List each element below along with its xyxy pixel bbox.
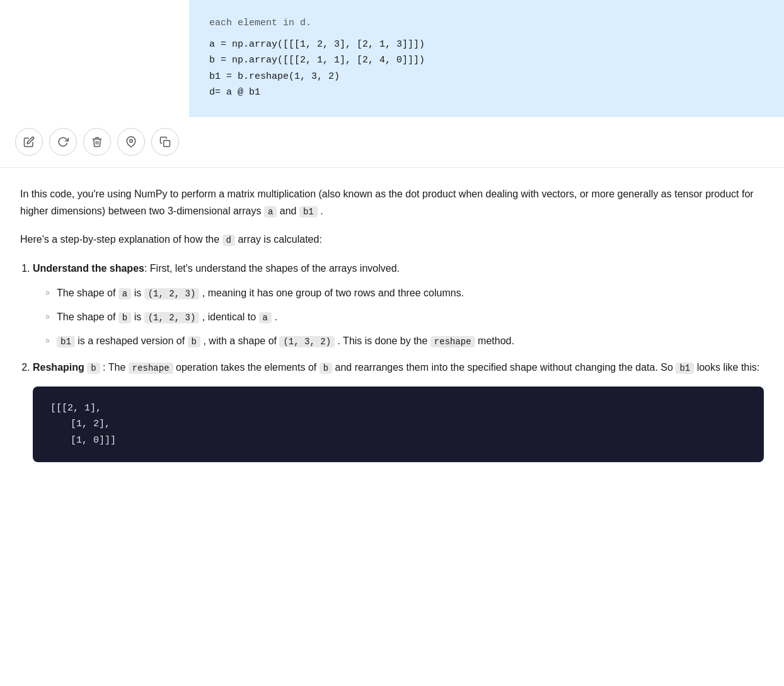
intro-a-code: a [264,206,277,218]
top-code-line-4: d= a @ b1 [209,84,764,101]
bullet-2-b: b [118,312,131,323]
bullet-2-shape: (1, 2, 3) [144,312,200,323]
step-2-reshape-code: reshape [129,363,173,374]
step-intro-end: array is calculated: [238,234,321,245]
bullet-1-shape: (1, 2, 3) [144,288,200,299]
top-code-line-3: b1 = b.reshape(1, 3, 2) [209,69,764,85]
step-2-b-code: b [87,363,100,374]
bullet-2: The shape of b is (1, 2, 3) , identical … [45,308,764,326]
intro-and: and [280,206,297,216]
intro-paragraph: In this code, you're using NumPy to perf… [20,185,764,220]
step-2-b2-code: b [320,363,332,374]
step-2-b1-code: b1 [676,363,694,374]
step-1-text: : First, let's understand the shapes of … [144,263,400,274]
dark-code-line-2: [1, 2], [71,416,746,433]
step-intro-paragraph: Here's a step-by-step explanation of how… [20,231,764,248]
edit-button[interactable] [15,128,43,156]
bullet-1-a: a [118,288,131,299]
delete-button[interactable] [83,128,111,156]
bullet-3-shape: (1, 3, 2) [279,336,335,347]
step-1-bullets: The shape of a is (1, 2, 3) , meaning it… [45,284,764,349]
bullet-3-b: b [188,336,200,347]
steps-list: Understand the shapes: First, let's unde… [33,260,764,462]
top-code-line-2: b = np.array([[[2, 1, 1], [2, 4, 0]]]) [209,52,764,69]
top-code-block: each element in d. a = np.array([[[1, 2,… [189,0,784,117]
intro-b1-code: b1 [299,206,318,218]
dark-code-block: [[[2, 1], [1, 2], [1, 0]]] [33,387,764,463]
bullet-1: The shape of a is (1, 2, 3) , meaning it… [45,284,764,302]
bullet-2-a: a [259,312,272,323]
page-wrapper: each element in d. a = np.array([[[1, 2,… [0,0,784,491]
bullet-3-reshape: reshape [430,336,475,347]
response-area: In this code, you're using NumPy to perf… [0,167,784,492]
step-2-bold: Reshaping [33,362,84,373]
svg-point-0 [130,139,133,142]
step-intro-text: Here's a step-by-step explanation of how… [20,234,219,245]
intro-text: In this code, you're using NumPy to perf… [20,189,754,216]
step-2: Reshaping b : The reshape operation take… [33,359,764,462]
top-code-line-0: each element in d. [209,15,764,32]
step-d-code: d [222,235,235,246]
svg-rect-1 [164,140,170,146]
step-1: Understand the shapes: First, let's unde… [33,260,764,350]
refresh-button[interactable] [49,128,77,156]
intro-end: . [320,206,323,216]
top-code-line-1: a = np.array([[[1, 2, 3], [2, 1, 3]]]) [209,37,764,53]
toolbar [0,117,784,167]
bullet-3: b1 is a reshaped version of b , with a s… [45,332,764,350]
dark-code-line-3: [1, 0]]] [71,433,746,449]
step-1-bold: Understand the shapes [33,263,144,274]
copy-button[interactable] [151,128,179,156]
bullet-3-b1: b1 [57,336,75,347]
pin-button[interactable] [117,128,145,156]
dark-code-line-1: [[[2, 1], [50,400,746,417]
